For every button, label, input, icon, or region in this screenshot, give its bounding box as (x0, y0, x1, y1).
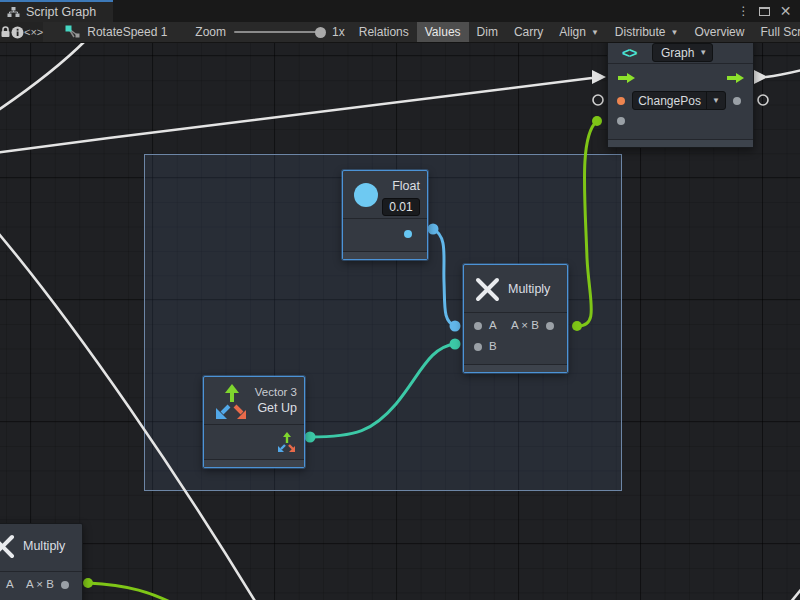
tab-bar: Script Graph ⋮ ✕ (0, 0, 800, 22)
script-graph-tab[interactable]: Script Graph (0, 0, 113, 22)
values-button[interactable]: Values (417, 22, 469, 42)
float-icon (354, 183, 378, 207)
code-view-button[interactable]: <×> (24, 22, 43, 42)
multiply-node-2[interactable]: Multiply A A × B (0, 523, 83, 600)
port-out-label: A × B (511, 319, 539, 331)
relations-button[interactable]: Relations (351, 22, 417, 42)
align-button[interactable]: Align▼ (551, 22, 607, 42)
graph-reference-icon (65, 25, 80, 39)
node-title: Get Up (257, 401, 297, 415)
info-icon (11, 26, 24, 39)
multiply-a-port[interactable] (474, 322, 482, 330)
float-output-port[interactable] (404, 230, 412, 238)
vector3-icon (212, 384, 246, 420)
type-label: Vector 3 (255, 386, 297, 398)
node-footer (608, 139, 753, 147)
menu-ellipsis-icon[interactable]: ⋮ (735, 2, 752, 20)
full-screen-button[interactable]: Full Screen (752, 22, 800, 42)
multiply-out-port[interactable] (546, 322, 554, 330)
zoom-slider-track[interactable] (234, 31, 324, 33)
graph-dropdown[interactable]: Graph ▼ (652, 43, 713, 62)
exec-input-arrow-icon[interactable] (618, 73, 635, 83)
graph-node[interactable]: <> Graph ▼ ChangePos ▼ (607, 36, 754, 148)
variable-input-port[interactable] (617, 97, 625, 105)
tab-title: Script Graph (26, 5, 96, 19)
zoom-label: Zoom (187, 22, 228, 42)
vector3-getup-node[interactable]: Vector 3 Get Up (203, 376, 305, 468)
overview-button[interactable]: Overview (686, 22, 752, 42)
exec-output-arrow-icon[interactable] (727, 73, 744, 83)
multiply-icon (0, 534, 15, 559)
multiply2-out-port[interactable] (61, 581, 69, 589)
dim-button[interactable]: Dim (469, 22, 506, 42)
changepos-label: ChangePos (633, 94, 706, 108)
node-title: Float (392, 179, 420, 193)
graph-reference-label: RotateSpeed 1 (87, 25, 167, 39)
caret-down-icon: ▼ (707, 96, 725, 105)
multiply-icon (475, 277, 500, 302)
distribute-button[interactable]: Distribute▼ (607, 22, 687, 42)
node-footer (343, 251, 427, 259)
code-view-icon: <×> (24, 26, 43, 38)
carry-button[interactable]: Carry (506, 22, 551, 42)
node-footer (204, 459, 304, 467)
vector3-output-port[interactable] (275, 432, 295, 452)
zoom-slider[interactable] (228, 22, 330, 42)
lock-button[interactable] (0, 22, 11, 42)
lock-icon (0, 26, 11, 38)
caret-box: ▼ (706, 92, 725, 109)
port-a-label: A (6, 578, 14, 590)
node-footer (464, 364, 567, 372)
zoom-slider-handle[interactable] (315, 27, 326, 38)
maximize-icon[interactable] (756, 2, 773, 20)
float-node[interactable]: Float 0.01 (342, 170, 428, 260)
script-graph-window: <> Graph ▼ ChangePos ▼ Float 0 (0, 0, 800, 600)
node-title: Multiply (23, 539, 65, 553)
port-a-label: A (489, 319, 497, 331)
zoom-value: 1x (330, 22, 351, 42)
caret-down-icon: ▼ (694, 48, 712, 57)
multiply-node[interactable]: Multiply A A × B B (463, 264, 568, 373)
info-button[interactable] (11, 22, 24, 42)
changepos-dropdown[interactable]: ChangePos ▼ (632, 91, 726, 110)
node-title: Multiply (508, 282, 550, 296)
graph-tab-icon (7, 6, 20, 18)
port-out-label: A × B (26, 578, 54, 590)
toolbar: <×> RotateSpeed 1 Zoom 1x Relations Valu… (0, 22, 800, 43)
graph-dropdown-label: Graph (661, 46, 694, 60)
multiply-b-port[interactable] (474, 343, 482, 351)
close-icon[interactable]: ✕ (777, 2, 794, 20)
tab-spacer (113, 0, 735, 22)
graph-reference-breadcrumb[interactable]: RotateSpeed 1 (57, 22, 175, 42)
caret-down-icon: ▼ (671, 28, 679, 37)
variable-output-port[interactable] (733, 97, 741, 105)
float-value-field[interactable]: 0.01 (382, 198, 420, 216)
port-b-label: B (489, 340, 497, 352)
code-icon: <> (622, 45, 636, 61)
value-input-port[interactable] (617, 117, 625, 125)
caret-down-icon: ▼ (591, 28, 599, 37)
